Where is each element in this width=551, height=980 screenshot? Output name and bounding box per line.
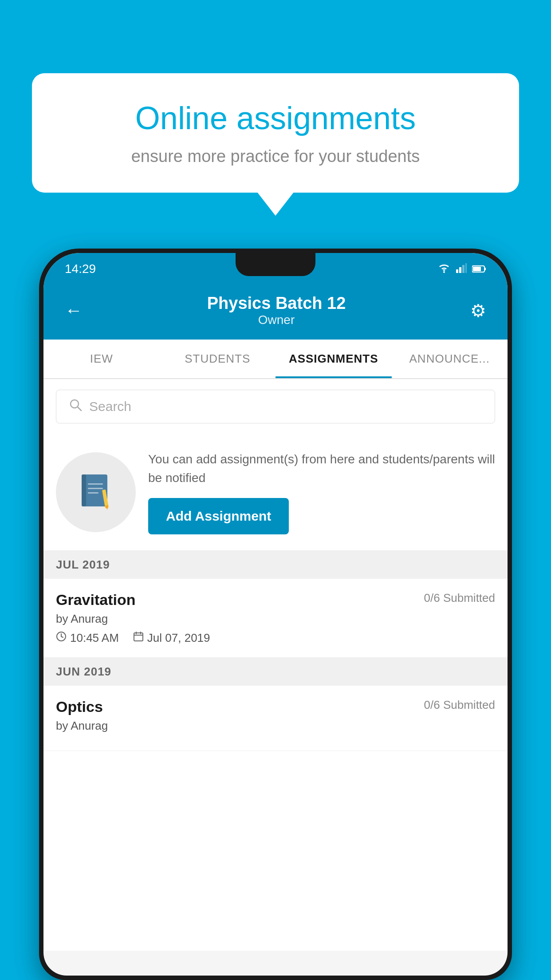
tab-announcements[interactable]: ANNOUNCE... [392, 340, 508, 378]
svg-rect-2 [459, 267, 461, 273]
add-assignment-button[interactable]: Add Assignment [148, 498, 289, 534]
assignment-date-text: Jul 07, 2019 [147, 631, 210, 645]
assignment-name: Gravitation [56, 591, 135, 609]
assignment-icon-circle [56, 452, 136, 532]
search-placeholder: Search [89, 399, 131, 414]
signal-icon [456, 262, 467, 276]
settings-button[interactable]: ⚙ [470, 300, 486, 321]
header-subtitle: Owner [207, 313, 346, 327]
add-assignment-description: You can add assignment(s) from here and … [148, 450, 495, 487]
assignment-by-optics: by Anurag [56, 719, 495, 733]
speech-bubble-container: Online assignments ensure more practice … [32, 73, 519, 193]
svg-rect-1 [456, 269, 458, 273]
assignment-name-optics: Optics [56, 698, 103, 715]
svg-rect-4 [465, 263, 467, 273]
notebook-icon [76, 472, 116, 512]
search-bar[interactable]: Search [56, 390, 495, 423]
svg-rect-6 [473, 267, 481, 271]
svg-rect-14 [88, 492, 98, 494]
svg-line-19 [61, 636, 63, 637]
status-icons [437, 262, 486, 276]
assignment-item-gravitation[interactable]: Gravitation 0/6 Submitted by Anurag [43, 579, 508, 658]
svg-line-9 [78, 407, 81, 411]
assignment-row1: Gravitation 0/6 Submitted [56, 591, 495, 609]
assignment-item-optics[interactable]: Optics 0/6 Submitted by Anurag [43, 686, 508, 751]
assignment-row1-optics: Optics 0/6 Submitted [56, 698, 495, 715]
clock-icon [56, 631, 67, 645]
assignment-date: Jul 07, 2019 [133, 631, 210, 645]
svg-point-0 [443, 271, 445, 273]
battery-icon [472, 262, 486, 276]
speech-bubble-subtitle: ensure more practice for your students [67, 147, 484, 166]
svg-rect-7 [484, 268, 486, 270]
phone-notch [236, 253, 315, 276]
search-bar-container: Search [43, 379, 508, 434]
speech-bubble: Online assignments ensure more practice … [32, 73, 519, 193]
phone-frame: 14:29 [39, 249, 512, 980]
search-icon [69, 398, 82, 415]
section-header-jun: JUN 2019 [43, 658, 508, 686]
back-button[interactable]: ← [65, 300, 83, 320]
tab-assignments[interactable]: ASSIGNMENTS [276, 340, 392, 378]
header-title: Physics Batch 12 [207, 294, 346, 313]
assignment-submitted: 0/6 Submitted [424, 591, 495, 605]
svg-rect-20 [134, 633, 143, 641]
tab-students[interactable]: STUDENTS [160, 340, 276, 378]
section-header-jul: JUL 2019 [43, 551, 508, 579]
assignment-submitted-optics: 0/6 Submitted [424, 698, 495, 712]
add-assignment-section: You can add assignment(s) from here and … [43, 434, 508, 551]
phone-screen: 14:29 [43, 253, 508, 976]
svg-rect-3 [462, 265, 464, 273]
assignment-meta: 10:45 AM Jul 07, 2019 [56, 631, 495, 645]
wifi-icon [437, 262, 451, 276]
status-time: 14:29 [65, 262, 96, 276]
svg-rect-12 [88, 483, 103, 485]
calendar-icon [133, 631, 144, 645]
svg-rect-13 [88, 488, 103, 489]
assignment-time-text: 10:45 AM [70, 631, 119, 645]
app-header: ← Physics Batch 12 Owner ⚙ [43, 285, 508, 340]
speech-bubble-title: Online assignments [67, 100, 484, 136]
content-area: Search [43, 379, 508, 951]
assignment-time: 10:45 AM [56, 631, 119, 645]
svg-rect-11 [82, 474, 86, 506]
assignment-by: by Anurag [56, 612, 495, 626]
tab-iew[interactable]: IEW [43, 340, 160, 378]
tabs: IEW STUDENTS ASSIGNMENTS ANNOUNCE... [43, 340, 508, 379]
header-title-block: Physics Batch 12 Owner [207, 294, 346, 327]
add-assignment-right: You can add assignment(s) from here and … [148, 450, 495, 534]
